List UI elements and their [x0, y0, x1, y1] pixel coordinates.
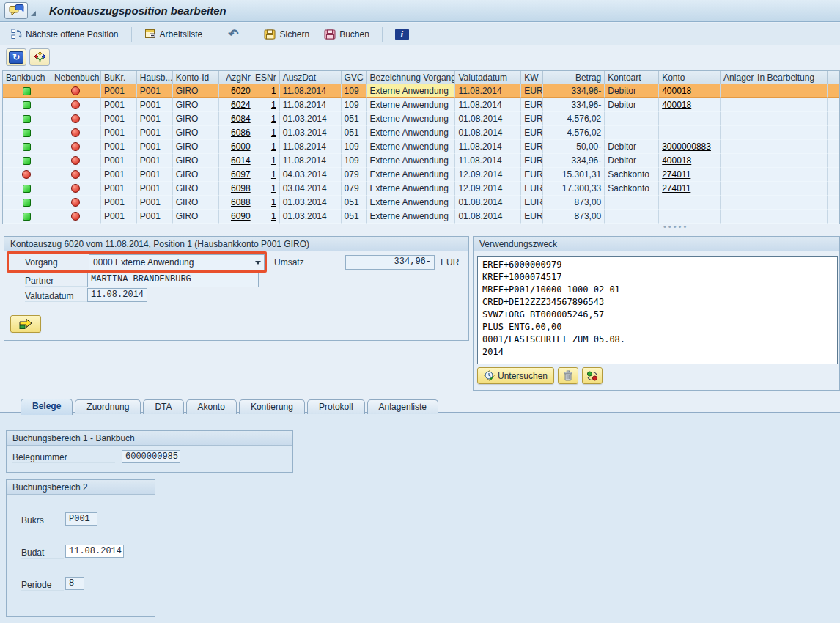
table-row[interactable]: P001P001GIRO6088101.03.2014051Externe An…	[3, 196, 839, 210]
column-header[interactable]: GVC	[342, 71, 367, 84]
grid-cell: 01.08.2014	[455, 112, 521, 126]
esnr-link[interactable]: 1	[271, 196, 276, 209]
verwendungszweck-textarea[interactable]: EREF+6000000979 KREF+1000074517 MREF+P00…	[477, 256, 838, 364]
grid-cell	[828, 84, 839, 98]
table-row[interactable]: P001P001GIRO6084101.03.2014051Externe An…	[3, 112, 839, 126]
clock-check-icon	[484, 370, 495, 381]
azgnr-link[interactable]: 6000	[231, 140, 251, 153]
tab-anlagenliste[interactable]: Anlagenliste	[367, 399, 438, 414]
esnr-link[interactable]: 1	[271, 98, 276, 111]
table-row[interactable]: P001P001GIRO6098103.04.2014079Externe An…	[3, 182, 839, 196]
grid-cell: 400018	[659, 84, 721, 98]
esnr-link[interactable]: 1	[271, 168, 276, 181]
azgnr-link[interactable]: 6090	[231, 210, 251, 223]
konto-link[interactable]: 400018	[662, 98, 691, 111]
grid-cell: P001	[137, 112, 173, 126]
grid-cell	[828, 140, 839, 154]
table-row[interactable]: P001P001GIRO6090101.03.2014051Externe An…	[3, 210, 839, 224]
column-header[interactable]: Valutadatum	[455, 71, 521, 84]
splitter-handle[interactable]: •••••	[663, 222, 688, 231]
column-header[interactable]: In Bearbeitung	[754, 71, 828, 84]
grid-cell: 109	[342, 84, 367, 98]
esnr-link[interactable]: 1	[271, 126, 276, 139]
delete-button[interactable]	[558, 367, 578, 384]
column-header[interactable]: Konto-Id	[173, 71, 219, 84]
column-header[interactable]: Hausb...	[137, 71, 173, 84]
azgnr-link[interactable]: 6086	[231, 126, 251, 139]
info-icon: i	[395, 29, 409, 40]
grid-cell: EUR	[521, 210, 543, 224]
esnr-link[interactable]: 1	[271, 140, 276, 153]
grid-cell: P001	[137, 210, 173, 224]
azgnr-link[interactable]: 6097	[231, 168, 251, 181]
column-header[interactable]: Konto	[659, 71, 721, 84]
refresh-icon: ↻	[9, 51, 23, 64]
konto-link[interactable]: 274011	[662, 168, 690, 181]
konto-link[interactable]: 3000000883	[662, 140, 711, 153]
column-header[interactable]: Bankbuch	[3, 71, 51, 84]
column-header[interactable]: Nebenbuch	[51, 71, 101, 84]
azgnr-link[interactable]: 6024	[231, 98, 251, 111]
table-row[interactable]: P001P001GIRO6086101.03.2014051Externe An…	[3, 126, 839, 140]
sort-hierarchy-button[interactable]	[29, 48, 50, 66]
next-open-position-button[interactable]: Nächste offene Position	[6, 26, 124, 43]
tab-protokoll[interactable]: Protokoll	[307, 399, 365, 414]
services-dropdown-button[interactable]	[28, 2, 39, 19]
esnr-link[interactable]: 1	[271, 182, 276, 195]
konto-link[interactable]: 400018	[662, 84, 691, 97]
grid-cell: 03.04.2014	[280, 182, 342, 196]
azgnr-link[interactable]: 6098	[231, 182, 251, 195]
grid-toolbar: ↻	[6, 48, 50, 66]
table-row[interactable]: P001P001GIRO6020111.08.2014109Externe An…	[3, 84, 839, 98]
grid-cell: P001	[101, 196, 137, 210]
table-row[interactable]: P001P001GIRO6024111.08.2014109Externe An…	[3, 98, 839, 112]
table-row[interactable]: P001P001GIRO6014111.08.2014109Externe An…	[3, 154, 839, 168]
worklist-button[interactable]: Arbeitsliste	[139, 26, 208, 43]
konto-link[interactable]: 274011	[662, 182, 690, 195]
toggle-status-button[interactable]	[582, 367, 603, 384]
column-header[interactable]: AuszDat	[280, 71, 342, 84]
column-header[interactable]: AzgNr	[219, 71, 254, 84]
column-header[interactable]: Kontoart	[605, 71, 659, 84]
refresh-button[interactable]: ↻	[6, 48, 26, 66]
column-header[interactable]: ESNr	[254, 71, 280, 84]
grid-cell	[51, 182, 101, 196]
undo-button[interactable]: ↶	[223, 26, 243, 43]
azgnr-link[interactable]: 6014	[231, 154, 251, 167]
info-button[interactable]: i	[390, 26, 414, 43]
vorgang-combobox[interactable]: 0000 Externe Anwendung	[89, 254, 265, 270]
grid-cell: P001	[137, 140, 173, 154]
grid-cell	[51, 168, 101, 182]
table-row[interactable]: P001P001GIRO6097104.03.2014079Externe An…	[3, 168, 839, 182]
azgnr-link[interactable]: 6088	[231, 196, 251, 209]
grid-cell: P001	[101, 126, 137, 140]
tab-dta[interactable]: DTA	[143, 399, 183, 414]
esnr-link[interactable]: 1	[271, 84, 276, 97]
untersuchen-button[interactable]: Untersuchen	[477, 367, 554, 384]
grid-cell: P001	[137, 126, 173, 140]
tab-kontierung[interactable]: Kontierung	[239, 399, 305, 414]
konto-link[interactable]: 400018	[662, 154, 691, 167]
column-header[interactable]: Betrag	[543, 71, 605, 84]
column-header[interactable]: Bezeichnung Vorgang	[367, 71, 456, 84]
azgnr-link[interactable]: 6084	[231, 112, 251, 125]
save-button[interactable]: Sichern	[259, 26, 314, 43]
esnr-link[interactable]: 1	[271, 210, 276, 223]
azgnr-link[interactable]: 6020	[231, 84, 251, 97]
table-row[interactable]: P001P001GIRO6000111.08.2014109Externe An…	[3, 140, 839, 154]
chevron-down-icon[interactable]	[252, 255, 264, 270]
tab-zuordnung[interactable]: Zuordnung	[75, 399, 141, 414]
esnr-link[interactable]: 1	[271, 154, 276, 167]
esnr-link[interactable]: 1	[271, 112, 276, 125]
services-for-object-button[interactable]	[4, 2, 28, 19]
column-header[interactable]: KW	[521, 71, 543, 84]
tab-akonto[interactable]: Akonto	[186, 399, 237, 414]
grid-cell	[754, 140, 828, 154]
column-header[interactable]: BuKr.	[101, 71, 137, 84]
forward-button[interactable]	[10, 315, 41, 333]
tab-belege[interactable]: Belege	[21, 399, 73, 415]
budat-field[interactable]: 11.08.2014	[65, 545, 124, 558]
post-button[interactable]: Buchen	[319, 26, 375, 43]
column-header[interactable]: Anlagen	[721, 71, 754, 84]
grid-cell: Externe Anwendung	[367, 168, 456, 182]
